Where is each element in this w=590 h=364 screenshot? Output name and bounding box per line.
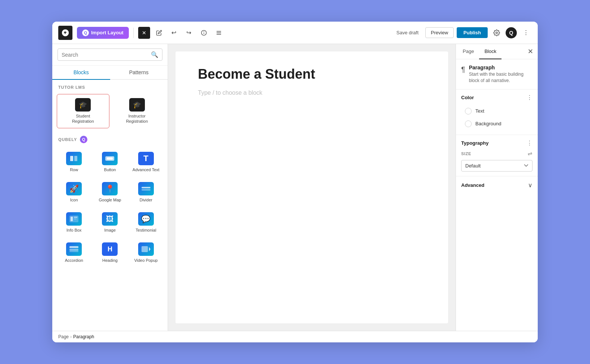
color-section-header: Color ⋮ — [461, 94, 532, 101]
row-label: Row — [70, 167, 78, 172]
svg-rect-20 — [69, 251, 78, 252]
search-icon: 🔍 — [151, 51, 158, 58]
list-view-button[interactable] — [213, 27, 225, 39]
heading-label: Heading — [102, 258, 118, 263]
svg-rect-12 — [142, 187, 150, 188]
advanced-text-icon: T — [138, 152, 154, 165]
text-color-label: Text — [475, 108, 484, 114]
breadcrumb-separator: › — [70, 334, 72, 339]
block-row[interactable]: Row — [57, 148, 91, 176]
svg-rect-15 — [71, 217, 73, 221]
block-testimonial[interactable]: 💬 Testimonial — [129, 208, 163, 237]
block-button[interactable]: Button — [93, 148, 127, 176]
background-color-label: Background — [475, 121, 501, 126]
breadcrumb-bar: Page › Paragraph — [52, 331, 538, 342]
save-draft-button[interactable]: Save draft — [393, 28, 422, 38]
color-section-dots-button[interactable]: ⋮ — [527, 94, 532, 101]
q-badge-icon: Q — [82, 29, 89, 36]
color-section-title: Color — [461, 95, 474, 100]
icon-block-icon: 🚀 — [66, 182, 82, 195]
svg-marker-22 — [149, 247, 150, 251]
svg-rect-8 — [70, 156, 73, 161]
block-info-box[interactable]: Info Box — [57, 208, 91, 237]
more-options-button[interactable]: ⋮ — [520, 27, 532, 39]
block-advanced-text[interactable]: T Advanced Text — [129, 148, 163, 176]
block-icon[interactable]: 🚀 Icon — [57, 178, 91, 207]
color-section: Color ⋮ Text Background — [456, 90, 538, 135]
color-option-background[interactable]: Background — [461, 117, 532, 130]
breadcrumb-current: Paragraph — [73, 334, 94, 339]
canvas: Become a Student Type / to choose a bloc… — [168, 44, 456, 331]
close-button[interactable]: ✕ — [138, 27, 150, 39]
testimonial-label: Testimonial — [136, 228, 156, 233]
color-option-text[interactable]: Text — [461, 105, 532, 117]
block-divider[interactable]: Divider — [129, 178, 163, 207]
toolbar-separator-1 — [133, 28, 134, 38]
size-label: SIZE — [461, 151, 471, 156]
typography-section: Typography ⋮ SIZE ⇌ Default Small Medium… — [456, 135, 538, 176]
import-layout-button[interactable]: Q Import Layout — [77, 27, 129, 39]
panel-block-desc: Start with the basic building block of a… — [469, 71, 532, 84]
svg-point-7 — [496, 32, 498, 34]
tutor-blocks-grid: 🎓 StudentRegistration 🎓 InstructorRegist… — [52, 92, 168, 131]
image-icon: 🖼 — [102, 212, 118, 226]
toolbar-right: Save draft Preview Publish Q ⋮ — [393, 27, 532, 39]
svg-rect-18 — [69, 246, 78, 248]
tab-blocks[interactable]: Blocks — [52, 66, 110, 80]
student-registration-label: StudentRegistration — [72, 113, 94, 124]
svg-rect-9 — [74, 156, 77, 161]
qubely-blocks-grid: Row Button T Advanced Text 🚀 Icon — [52, 145, 168, 270]
left-sidebar: 🔍 Blocks Patterns TUTOR LMS 🎓 StudentReg… — [52, 44, 168, 331]
student-registration-icon: 🎓 — [75, 98, 91, 112]
tutor-lms-label: TUTOR LMS — [52, 80, 168, 92]
block-instructor-registration[interactable]: 🎓 InstructorRegistration — [111, 94, 164, 128]
typography-section-header: Typography ⋮ — [461, 139, 532, 147]
svg-rect-17 — [74, 219, 77, 219]
google-map-icon: 📍 — [102, 182, 118, 195]
info-box-label: Info Box — [66, 228, 81, 233]
image-label: Image — [104, 228, 116, 233]
block-video-popup[interactable]: Video Popup — [129, 238, 163, 267]
paragraph-block-icon: ¶ — [461, 65, 465, 74]
size-select[interactable]: Default Small Medium Large Extra Large — [461, 160, 532, 172]
accordion-icon — [66, 242, 82, 256]
block-placeholder[interactable]: Type / to choose a block — [198, 90, 426, 96]
size-row: SIZE ⇌ — [461, 150, 532, 157]
panel-close-button[interactable]: ✕ — [525, 44, 536, 59]
svg-rect-16 — [74, 217, 77, 218]
publish-button[interactable]: Publish — [457, 27, 488, 38]
instructor-registration-icon: 🎓 — [129, 98, 145, 112]
import-layout-label: Import Layout — [91, 30, 124, 35]
edit-pen-button[interactable] — [153, 27, 165, 39]
block-image[interactable]: 🖼 Image — [93, 208, 127, 237]
svg-rect-13 — [142, 189, 150, 191]
svg-rect-19 — [69, 249, 78, 251]
redo-button[interactable]: ↪ — [183, 27, 195, 39]
advanced-label: Advanced — [461, 182, 484, 188]
info-button[interactable] — [198, 27, 210, 39]
typography-section-title: Typography — [461, 140, 488, 146]
search-box: 🔍 — [52, 44, 168, 66]
settings-gear-button[interactable] — [491, 27, 503, 39]
tab-patterns[interactable]: Patterns — [110, 66, 168, 80]
search-input[interactable] — [62, 52, 149, 58]
canvas-inner[interactable]: Become a Student Type / to choose a bloc… — [176, 51, 448, 323]
user-avatar[interactable]: Q — [506, 27, 517, 38]
info-box-icon — [66, 212, 82, 226]
advanced-section[interactable]: Advanced ∨ — [456, 176, 538, 194]
block-google-map[interactable]: 📍 Google Map — [93, 178, 127, 207]
undo-button[interactable]: ↩ — [168, 27, 180, 39]
tab-block[interactable]: Block — [479, 44, 502, 59]
block-accordion[interactable]: Accordion — [57, 238, 91, 267]
advanced-text-label: Advanced Text — [133, 167, 159, 172]
breadcrumb-page[interactable]: Page — [58, 334, 69, 339]
text-color-circle — [465, 108, 472, 114]
block-heading[interactable]: H Heading — [93, 238, 127, 267]
tab-page[interactable]: Page — [457, 44, 479, 59]
preview-button[interactable]: Preview — [425, 27, 454, 38]
typography-section-dots-button[interactable]: ⋮ — [527, 139, 532, 147]
svg-rect-21 — [142, 246, 148, 252]
search-input-wrap: 🔍 — [58, 48, 162, 61]
button-icon — [102, 152, 118, 165]
block-student-registration[interactable]: 🎓 StudentRegistration — [57, 94, 109, 128]
